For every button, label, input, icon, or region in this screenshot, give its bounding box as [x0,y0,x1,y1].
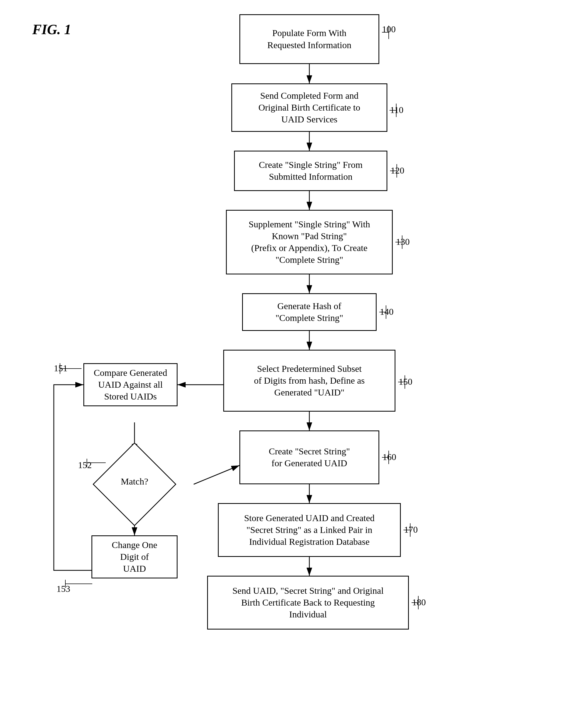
node-change-digit: Change One Digit of UAID [91,535,178,578]
node-160: Create "Secret String" for Generated UAI… [239,431,379,484]
svg-line-9 [194,465,239,484]
figure-label: FIG. 1 [32,21,71,37]
node-151: Compare Generated UAID Against all Store… [83,363,178,406]
node-120: Create "Single String" From Submitted In… [234,151,387,191]
node-180: Send UAID, "Secret String" and Original … [207,576,409,630]
node-150: Select Predetermined Subset of Digits fr… [223,350,395,412]
node-110: Send Completed Form and Original Birth C… [231,83,387,132]
node-130: Supplement "Single String" With Known "P… [226,210,393,274]
node-100: Populate Form With Requested Information [239,14,379,64]
node-170: Store Generated UAID and Created "Secret… [218,503,401,557]
node-140: Generate Hash of "Complete String" [242,293,376,331]
